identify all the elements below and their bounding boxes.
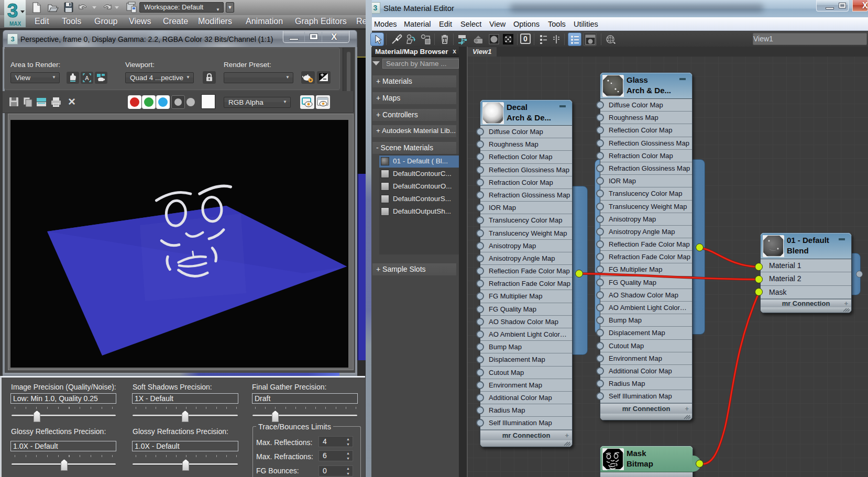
svg-text:MAX: MAX xyxy=(9,21,21,27)
svg-text:3: 3 xyxy=(7,0,18,21)
svg-text:A: A xyxy=(85,75,89,81)
